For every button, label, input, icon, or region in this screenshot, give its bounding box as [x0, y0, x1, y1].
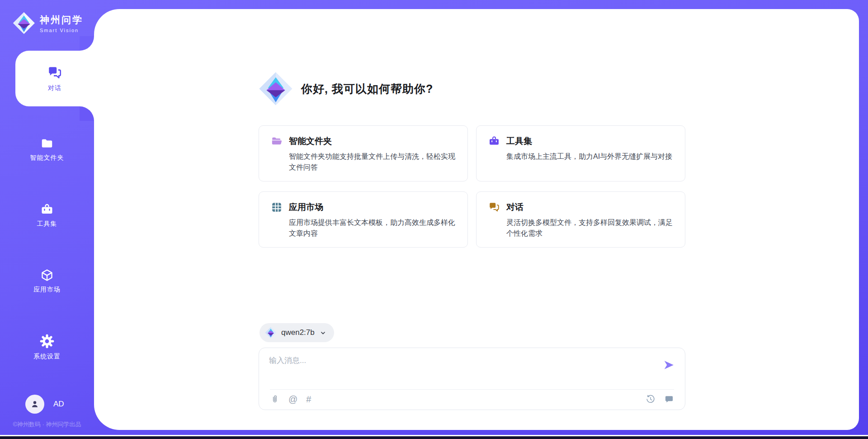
card-title: 应用市场 — [289, 201, 323, 213]
app-grid-icon — [271, 201, 283, 213]
sidebar-item-settings[interactable]: 系统设置 — [0, 334, 94, 361]
sidebar-item-label: 对话 — [48, 84, 61, 92]
avatar — [25, 395, 44, 414]
briefcase-icon — [40, 203, 54, 216]
sidebar: 神州问学 Smart Vision 对话 智能文件夹 工具集 应用市场 — [0, 0, 94, 439]
sidebar-item-toolset[interactable]: 工具集 — [0, 203, 94, 228]
card-app-market[interactable]: 应用市场 应用市场提供丰富长文本模板，助力高效生成多样化文章内容 — [259, 191, 468, 248]
card-toolset[interactable]: 工具集 集成市场上主流工具，助力AI与外界无缝扩展与对接 — [476, 125, 685, 181]
model-name: qwen2:7b — [281, 328, 315, 337]
diamond-logo-icon — [265, 327, 277, 339]
diamond-logo-icon — [259, 72, 293, 106]
tab-fillet-bottom — [80, 106, 94, 121]
card-smart-folder[interactable]: 智能文件夹 智能文件夹功能支持批量文件上传与清洗，轻松实现文件问答 — [259, 125, 468, 181]
card-description: 灵活切换多模型文件，支持多样回复效果调试，满足个性化需求 — [506, 217, 673, 239]
diamond-logo-icon — [13, 12, 35, 34]
new-chat-button[interactable] — [664, 394, 674, 404]
card-description: 集成市场上主流工具，助力AI与外界无缝扩展与对接 — [506, 151, 673, 162]
card-title: 工具集 — [506, 135, 532, 147]
shortcut-cards: 智能文件夹 智能文件夹功能支持批量文件上传与清洗，轻松实现文件问答 工具集 集成… — [259, 125, 685, 248]
paperclip-icon — [270, 394, 280, 404]
history-icon — [646, 394, 656, 404]
sidebar-item-label: 工具集 — [37, 220, 57, 228]
sidebar-item-label: 智能文件夹 — [30, 154, 64, 162]
mention-button[interactable]: @ — [288, 395, 297, 404]
card-chat[interactable]: 对话 灵活切换多模型文件，支持多样回复效果调试，满足个性化需求 — [476, 191, 685, 248]
sidebar-item-app-market[interactable]: 应用市场 — [0, 268, 94, 294]
sidebar-item-chat[interactable]: 对话 — [15, 51, 94, 106]
card-title: 对话 — [506, 201, 524, 213]
person-icon — [30, 399, 40, 409]
bottom-edge-bar — [0, 436, 868, 439]
chat-icon — [488, 201, 500, 213]
main-panel: 你好, 我可以如何帮助你? 智能文件夹 智能文件夹功能支持批量文件上传与清洗，轻… — [94, 9, 859, 430]
message-bubble-icon — [664, 394, 674, 404]
gear-icon — [39, 334, 55, 349]
briefcase-icon — [488, 135, 500, 147]
sidebar-footer: ©神州数码 · 神州问学出品 — [0, 420, 94, 429]
user-initials: AD — [53, 400, 64, 409]
app-logo: 神州问学 Smart Vision — [13, 12, 83, 34]
tab-fillet-top — [80, 36, 94, 51]
send-icon — [663, 359, 675, 371]
composer: qwen2:7b @ — [259, 323, 685, 410]
sidebar-item-label: 应用市场 — [33, 286, 61, 294]
send-button[interactable] — [663, 359, 675, 372]
message-input[interactable] — [269, 355, 657, 382]
card-description: 智能文件夹功能支持批量文件上传与清洗，轻松实现文件问答 — [289, 151, 456, 173]
sidebar-item-label: 系统设置 — [33, 353, 61, 361]
sidebar-item-smart-folder[interactable]: 智能文件夹 — [0, 137, 94, 162]
hero: 你好, 我可以如何帮助你? — [259, 72, 433, 106]
app-subtitle: Smart Vision — [40, 28, 83, 33]
greeting-title: 你好, 我可以如何帮助你? — [301, 81, 433, 96]
card-title: 智能文件夹 — [289, 135, 332, 147]
cube-icon — [40, 268, 54, 282]
attach-button[interactable] — [270, 394, 280, 404]
message-input-box: @ # — [259, 348, 685, 410]
chevron-down-icon — [319, 329, 327, 337]
folder-open-icon — [271, 135, 283, 147]
app-name: 神州问学 — [40, 14, 83, 26]
chat-icon — [47, 65, 62, 81]
user-profile[interactable]: AD — [25, 395, 64, 414]
topic-button[interactable]: # — [306, 395, 311, 404]
history-button[interactable] — [646, 394, 656, 404]
card-description: 应用市场提供丰富长文本模板，助力高效生成多样化文章内容 — [289, 217, 456, 239]
folder-icon — [40, 137, 54, 150]
model-selector[interactable]: qwen2:7b — [259, 323, 334, 342]
composer-divider — [270, 389, 674, 390]
